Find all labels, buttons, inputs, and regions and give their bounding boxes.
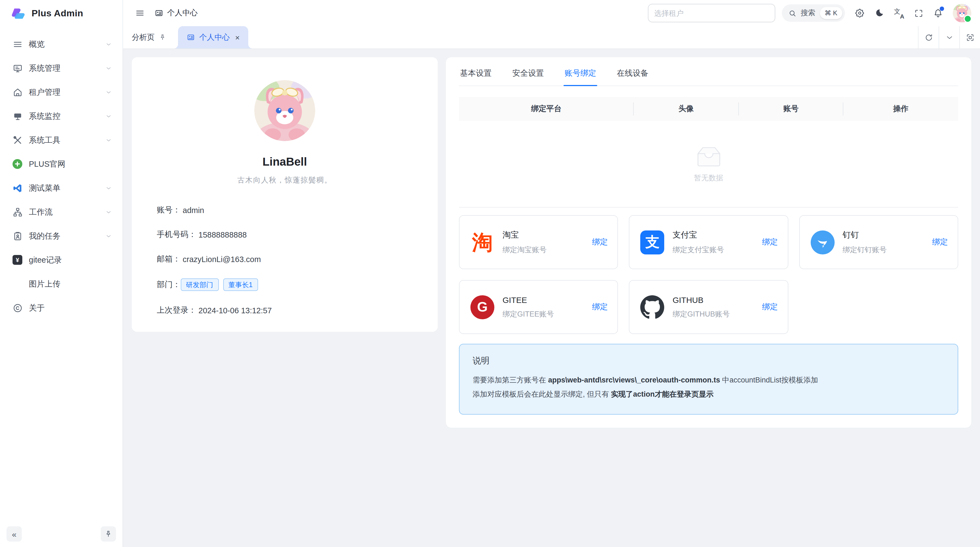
tab-account-binding[interactable]: 账号绑定: [563, 60, 597, 86]
notifications-button[interactable]: [930, 5, 946, 21]
logo-icon: [10, 5, 26, 22]
sidebar: Plus Admin 概览 系统管理 租户管理: [0, 0, 123, 547]
pin-icon[interactable]: [159, 34, 166, 41]
main-area: 个人中心 搜索 ⌘ K 文 A: [123, 0, 980, 547]
maximize-icon: [966, 33, 974, 41]
close-icon[interactable]: ×: [235, 33, 240, 41]
note-line-1: 需要添加第三方账号在 apps\web-antd\src\views\_core…: [473, 373, 945, 388]
gear-icon: [855, 8, 865, 18]
tab-bar: 分析页 个人中心 ×: [123, 26, 980, 49]
bind-cards-grid: 淘 淘宝 绑定淘宝账号 绑定 支 支付宝 绑定支付宝账号 绑定: [459, 215, 958, 334]
system-manage-icon: [12, 63, 23, 73]
sidebar-collapse-button[interactable]: «: [6, 526, 22, 542]
sidebar-item-gitee-record[interactable]: ¥ gitee记录: [5, 248, 117, 272]
sidebar-item-tenant-manage[interactable]: 租户管理: [5, 80, 117, 104]
department-tag: 研发部门: [180, 278, 219, 291]
profile-name: LinaBell: [145, 155, 425, 168]
tab-profile-center[interactable]: 个人中心 ×: [178, 26, 248, 48]
maximize-content-button[interactable]: [959, 26, 980, 48]
search-shortcut-badge: ⌘ K: [820, 7, 842, 19]
profile-card: LinaBell 古木向人秋，惊蓬掠鬓稠。 账号： admin 手机号码： 15…: [132, 57, 438, 332]
sidebar-item-plus-site[interactable]: PLUS官网: [5, 152, 117, 176]
language-button[interactable]: 文 A: [891, 5, 907, 21]
profile-field-department: 部门： 研发部门 董事长1: [157, 278, 413, 291]
tab-menu-button[interactable]: [939, 26, 959, 48]
bind-card-alipay: 支 支付宝 绑定支付宝账号 绑定: [629, 215, 788, 269]
bind-card-dingtalk: 钉钉 绑定钉钉账号 绑定: [799, 215, 958, 269]
chevron-down-icon: [106, 65, 111, 71]
note-line-2: 添加对应模板后会在此处显示绑定, 但只有 实现了action才能在登录页显示: [473, 388, 945, 402]
empty-inbox-icon: [695, 145, 722, 168]
platform-desc: 绑定淘宝账号: [503, 245, 584, 255]
sidebar-pin-button[interactable]: [101, 526, 116, 542]
bind-card-taobao: 淘 淘宝 绑定淘宝账号 绑定: [459, 215, 618, 269]
sidebar-item-system-monitor[interactable]: 系统监控: [5, 104, 117, 128]
chevron-down-icon: [945, 33, 953, 41]
tenant-manage-icon: [12, 87, 23, 97]
fullscreen-icon: [914, 8, 923, 18]
global-search-button[interactable]: 搜索 ⌘ K: [781, 4, 845, 22]
plus-site-icon: [12, 159, 23, 169]
copyright-icon: [12, 302, 23, 313]
sidebar-footer: «: [0, 521, 123, 547]
platform-name: GITHUB: [673, 295, 754, 304]
sidebar-item-test-menu[interactable]: 测试菜单: [5, 176, 117, 200]
tab-basic-settings[interactable]: 基本设置: [459, 60, 493, 86]
system-tools-icon: [12, 135, 23, 145]
sidebar-item-image-upload[interactable]: 图片上传: [5, 272, 117, 296]
binding-table-header: 绑定平台 头像 账号 操作: [459, 97, 958, 121]
tab-security-settings[interactable]: 安全设置: [511, 60, 545, 86]
chevron-down-icon: [106, 113, 111, 119]
vscode-icon: [12, 182, 23, 193]
bind-github-link[interactable]: 绑定: [762, 302, 778, 312]
content-area: LinaBell 古木向人秋，惊蓬掠鬓稠。 账号： admin 手机号码： 15…: [123, 49, 980, 547]
platform-name: GITEE: [503, 295, 584, 304]
sidebar-item-overview[interactable]: 概览: [5, 32, 117, 56]
refresh-button[interactable]: [918, 26, 939, 48]
settings-panel: 基本设置 安全设置 账号绑定 在线设备 绑定平台 头像 账号 操作: [446, 57, 971, 427]
gitee-record-icon: ¥: [12, 254, 23, 265]
tab-online-devices[interactable]: 在线设备: [616, 60, 649, 86]
bind-alipay-link[interactable]: 绑定: [762, 237, 778, 247]
sidebar-item-workflow[interactable]: 工作流: [5, 200, 117, 224]
dingtalk-icon: [810, 230, 834, 254]
settings-button[interactable]: [851, 5, 868, 21]
breadcrumb-label: 个人中心: [167, 8, 197, 18]
tab-label: 个人中心: [199, 32, 230, 42]
dark-mode-button[interactable]: [871, 5, 888, 21]
moon-icon: [874, 8, 884, 18]
id-card-icon: [154, 9, 163, 18]
bind-gitee-link[interactable]: 绑定: [592, 302, 608, 312]
taobao-icon: 淘: [470, 230, 494, 254]
platform-name: 支付宝: [673, 230, 754, 240]
fullscreen-button[interactable]: [910, 5, 927, 21]
chevron-down-icon: [106, 89, 111, 95]
sidebar-item-my-tasks[interactable]: 我的任务: [5, 224, 117, 248]
breadcrumb[interactable]: 个人中心: [154, 8, 197, 18]
platform-desc: 绑定钉钉账号: [843, 245, 924, 255]
refresh-icon: [924, 33, 933, 41]
tenant-select-input[interactable]: [648, 4, 775, 22]
gitee-icon: G: [470, 295, 494, 319]
user-avatar-button[interactable]: [953, 4, 971, 22]
column-header-actions: 操作: [843, 104, 958, 114]
sidebar-item-system-tools[interactable]: 系统工具: [5, 128, 117, 152]
tab-analysis-page[interactable]: 分析页: [123, 26, 175, 48]
platform-name: 钉钉: [843, 230, 924, 240]
app-title: Plus Admin: [32, 8, 83, 19]
sidebar-menu: 概览 系统管理 租户管理 系统监控: [0, 27, 123, 521]
sidebar-item-about[interactable]: 关于: [5, 296, 117, 320]
pin-icon: [105, 530, 112, 538]
profile-field-email: 邮箱： crazyLionLi@163.com: [157, 254, 413, 264]
profile-field-account: 账号： admin: [157, 205, 413, 215]
bind-taobao-link[interactable]: 绑定: [592, 237, 608, 247]
github-icon: [641, 295, 665, 319]
sidebar-toggle-button[interactable]: [132, 5, 148, 21]
sidebar-item-system-manage[interactable]: 系统管理: [5, 56, 117, 80]
chevron-down-icon: [106, 41, 111, 47]
app-logo[interactable]: Plus Admin: [0, 0, 123, 27]
platform-desc: 绑定GITHUB账号: [673, 309, 754, 319]
language-icon: 文 A: [894, 8, 904, 18]
empty-text: 暂无数据: [694, 173, 723, 183]
bind-dingtalk-link[interactable]: 绑定: [932, 237, 948, 247]
